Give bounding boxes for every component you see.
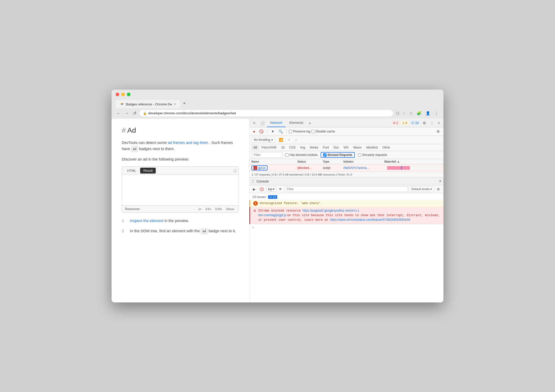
devtools-settings-button[interactable]: ⚙: [421, 120, 428, 126]
close-window-button[interactable]: [116, 93, 119, 96]
issues-count-text: 23 Issues:: [252, 195, 267, 199]
para1c-text: badges next to them.: [139, 146, 175, 151]
devtools-more-button[interactable]: ⋮: [429, 120, 435, 126]
warning-count-badge: 5: [253, 201, 258, 206]
upload-icon-button[interactable]: ↑: [287, 137, 292, 143]
url-bar[interactable]: 🔒 developer.chrome.com/docs/devtools/ele…: [139, 110, 393, 116]
console-levels-selector[interactable]: Default levels ▾: [409, 186, 434, 192]
tab-html[interactable]: HTML: [124, 168, 139, 174]
warning-badge[interactable]: ⚠ 6: [401, 121, 409, 125]
reload-button[interactable]: ↺: [132, 110, 137, 117]
clear-button[interactable]: 🚫: [258, 128, 265, 134]
step-1-text: in the preview.: [164, 218, 189, 223]
extensions-button[interactable]: 🧩: [416, 110, 423, 117]
filter-tab-fetch[interactable]: Fetch/XHR: [259, 145, 279, 150]
filter-tab-all[interactable]: All: [251, 145, 259, 150]
console-close-button[interactable]: ×: [439, 179, 441, 183]
filter-tab-css[interactable]: CSS: [287, 145, 298, 150]
console-filter-input[interactable]: [285, 186, 408, 192]
console-toolbar: ▶ 🚫 top ▾ 👁 Default levels ▾ ⚙: [249, 185, 443, 193]
devtools-cursor-icon[interactable]: ↖: [251, 120, 258, 126]
filter-tab-doc[interactable]: Doc: [331, 145, 341, 150]
console-content: 23 Issues: 🗨 23 5 Unrecognized feature: …: [249, 193, 443, 302]
devtools-close-button[interactable]: ×: [436, 120, 441, 126]
filter-tab-wasm[interactable]: Wasm: [351, 145, 364, 150]
chromestatus-link[interactable]: https://www.chromestatus.com/feature/573…: [330, 218, 410, 222]
inspect-element-link[interactable]: Inspect the element: [130, 218, 163, 223]
filter-tab-js[interactable]: JS: [279, 145, 287, 150]
console-drag-icon: ⋮: [251, 179, 255, 183]
filter-tab-manifest[interactable]: Manifest: [364, 145, 380, 150]
levels-label: Default levels: [411, 187, 430, 191]
tab-close-button[interactable]: ×: [174, 102, 176, 106]
download-icon-button[interactable]: ↓: [294, 137, 298, 143]
error-icon: ✕: [393, 121, 395, 125]
menu-button[interactable]: ⋮: [433, 110, 439, 117]
third-party-checkbox[interactable]: [358, 153, 361, 157]
console-settings-button[interactable]: ⚙: [435, 187, 441, 192]
console-error-row: ✕ Chrome blocked resource https://pagead…: [249, 207, 443, 224]
throttle-selector[interactable]: No throttling ▾: [251, 137, 275, 143]
console-context-selector[interactable]: top ▾: [266, 187, 276, 192]
codepen-icon[interactable]: ⬡: [234, 169, 237, 173]
ad-frames-link[interactable]: ad frames and tag them: [168, 140, 208, 145]
warning-text: Unrecognized feature: 'web-share'.: [260, 201, 322, 206]
maximize-window-button[interactable]: [127, 93, 130, 96]
has-blocked-cookies-checkbox[interactable]: [285, 153, 288, 157]
console-block-button[interactable]: 🚫: [258, 187, 265, 192]
browser-tab-active[interactable]: Badges reference - Chrome De ×: [116, 100, 180, 108]
info-badge[interactable]: 🗨 23: [410, 121, 420, 125]
filter-input[interactable]: [251, 152, 282, 158]
bookmark-button[interactable]: ☆: [408, 110, 414, 117]
gpt-js-name-box: JS gpt.js: [251, 165, 268, 170]
blocked-resource-link1[interactable]: https://pagead2.googlesyndica: [303, 209, 344, 212]
console-run-button[interactable]: ▶: [251, 187, 257, 192]
filter-tab-other[interactable]: Other: [380, 145, 392, 150]
step-2-text1: In the DOM tree, find an element with th…: [130, 229, 201, 233]
tab-result[interactable]: Result: [140, 168, 156, 174]
step-1-num: 1: [122, 218, 127, 224]
console-title: Console: [257, 179, 269, 183]
disable-cache-checkbox[interactable]: [311, 130, 315, 133]
devtools-responsive-icon[interactable]: ⬜: [259, 120, 266, 126]
filter-tab-font[interactable]: Font: [321, 145, 331, 150]
record-button[interactable]: ●: [251, 128, 257, 134]
issues-badge[interactable]: 🗨 23: [268, 195, 277, 199]
zoom-05x-button[interactable]: 0.5×: [204, 207, 213, 211]
url-text: developer.chrome.com/docs/devtools/eleme…: [148, 111, 389, 115]
blocked-resource-link2[interactable]: tion.com/tag/js/gpt.js: [258, 213, 286, 217]
wifi-icon-button[interactable]: 📶: [277, 137, 285, 143]
console-prompt-icon: ›: [252, 225, 254, 229]
page-heading: # Ad: [122, 126, 239, 134]
zoom-1x-button[interactable]: 1×: [197, 207, 203, 211]
share-button[interactable]: ↑: [402, 110, 406, 116]
error-badge[interactable]: ✕ 1: [391, 121, 400, 125]
network-settings-button[interactable]: ⚙: [435, 128, 441, 134]
sort-asc-icon: ▲: [397, 160, 400, 163]
address-actions: ⬡ ↑ ☆ 🧩 👤 ⋮: [395, 110, 440, 117]
devtools-more-tabs-button[interactable]: »: [307, 120, 312, 126]
preview-content: [122, 175, 239, 205]
gpt-js-filename: gpt.js: [258, 166, 266, 170]
filter-tab-media[interactable]: Media: [308, 145, 320, 150]
minimize-window-button[interactable]: [121, 93, 125, 96]
back-button[interactable]: ←: [116, 110, 122, 117]
zoom-025x-button[interactable]: 0.25×: [214, 207, 224, 211]
console-eye-button[interactable]: 👁: [277, 187, 284, 192]
waterfall-line: [401, 166, 402, 170]
third-party-group: 3rd-party requests: [358, 153, 387, 157]
filter-icon-button[interactable]: ▼: [269, 128, 276, 134]
search-button[interactable]: 🔍: [277, 128, 284, 134]
blocked-requests-checkbox[interactable]: [323, 153, 327, 157]
rerun-button[interactable]: Rerun: [225, 207, 236, 211]
filter-tab-ws[interactable]: WS: [342, 145, 351, 150]
devtools-tab-elements[interactable]: Elements: [286, 119, 306, 127]
profile-button[interactable]: 👤: [425, 110, 431, 117]
preserve-log-checkbox[interactable]: [289, 130, 292, 133]
cast-button[interactable]: ⬡: [395, 110, 400, 117]
new-tab-button[interactable]: +: [180, 99, 189, 108]
devtools-tab-network[interactable]: Network: [267, 119, 285, 127]
forward-button[interactable]: →: [124, 110, 130, 117]
table-row[interactable]: JS gpt.js (blocked... script rNdGNYx?ani…: [249, 164, 443, 172]
filter-tab-img[interactable]: Img: [298, 145, 307, 150]
